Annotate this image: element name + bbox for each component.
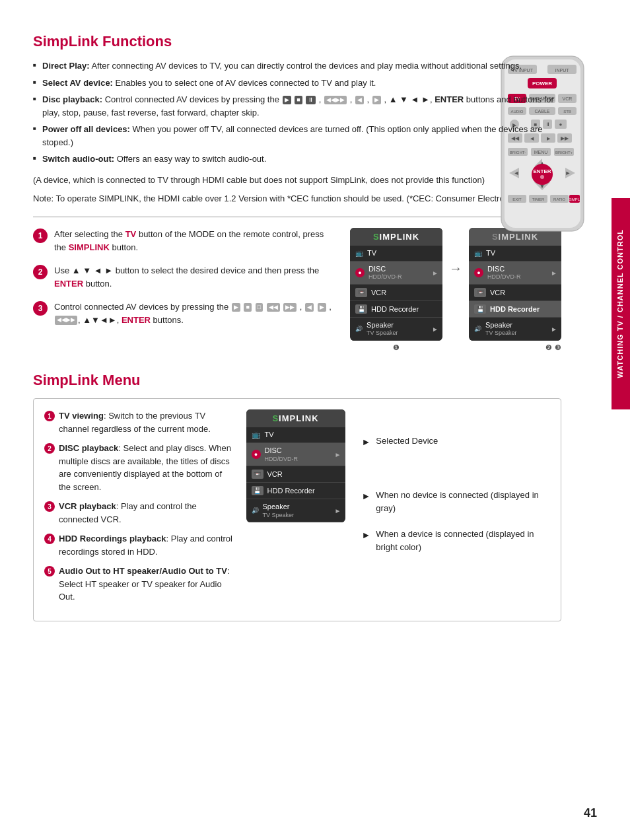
svg-text:▶▶: ▶▶ [561, 135, 569, 141]
steps-right: SIMPLINK 📺 TV ● DISCHDD/DVD-R ► [350, 228, 561, 352]
simplink-functions-title: SimpLink Functions [33, 33, 561, 50]
menu-right-legend: ► Selected Device ► When no device is co… [362, 409, 551, 565]
bullet-power-off: Power off all devices: When you power of… [33, 123, 561, 149]
bullet-text-3b: , [319, 94, 324, 104]
svg-text:RATIO: RATIO [553, 197, 565, 201]
note-2: Note: To operate SIMPLINK, the HDMI cabl… [33, 192, 561, 206]
panel2-label: ❷❸ [469, 343, 561, 352]
bullet-label-2: Select AV device: [42, 78, 113, 88]
menu-num-4: 4 [44, 534, 55, 544]
bullet-label-4: Power off all devices: [42, 124, 130, 134]
step-1: 1 After selecting the TV button of the M… [33, 228, 337, 254]
simplink-functions-list: Direct Play: After connecting AV devices… [33, 59, 561, 166]
svg-text:VCR: VCR [563, 96, 573, 101]
panel2-item-disc: ● DISCHDD/DVD-R ► [469, 262, 561, 285]
menu-num-3: 3 [44, 501, 55, 512]
sidebar-label: WATCHING TV / CHANNEL CONTROL [616, 229, 625, 378]
menu-panel-disc: 2 ● DISCHDD/DVD-R ► [246, 443, 345, 466]
svg-text:EXIT: EXIT [512, 197, 522, 201]
menu-item-5: 5 Audio Out to HT speaker/Audio Out to T… [44, 565, 233, 604]
step-text-1: After selecting the TV button of the MOD… [54, 228, 337, 254]
step-2: 2 Use ▲ ▼ ◄ ► button to select the desir… [33, 264, 337, 290]
legend-row-3: ► When a device is connected (displayed … [362, 528, 551, 553]
menu-item-text-2: DISC playback: Select and play discs. Wh… [59, 442, 233, 493]
panel1-item-tv: 📺 TV [350, 246, 442, 262]
step-circle-3: 3 [33, 301, 48, 316]
icon-next-2: ▶ [318, 303, 326, 312]
svg-text:TIMER: TIMER [532, 197, 545, 201]
panel1-item-speaker: 🔊 SpeakerTV Speaker ► [350, 318, 442, 341]
bullet-text-5: Offers an easy way to switch audio-out. [117, 154, 267, 164]
icon-stop-1: ■ [295, 96, 302, 105]
menu-num-2: 2 [44, 443, 55, 454]
menu-num-1: 1 [44, 411, 55, 421]
icon-sq-2: □ [256, 303, 263, 312]
panel1-item-disc: ● DISCHDD/DVD-R ► [350, 262, 442, 285]
icon-rew-ff: ◀◀▶▶ [324, 96, 347, 105]
bullet-select-av: Select AV device: Enables you to select … [33, 77, 561, 90]
simplink-panel-2: SIMPLINK 📺 TV ● DISCHDD/DVD-R ► [469, 228, 561, 352]
svg-text:ENTER: ENTER [533, 168, 551, 174]
menu-left: 1 TV viewing: Switch to the previous TV … [44, 409, 233, 610]
menu-item-2: 2 DISC playback: Select and play discs. … [44, 442, 233, 493]
legend-row-2: ► When no device is connected (displayed… [362, 489, 551, 514]
icon-play-1: ▶ [283, 96, 291, 105]
step-circle-2: 2 [33, 265, 48, 279]
bullet-text-2: Enables you to select one of AV devices … [116, 78, 376, 88]
svg-point-50 [532, 164, 553, 185]
icon-next: ▶ [372, 96, 381, 105]
step-circle-1: 1 [33, 228, 48, 243]
bullet-label-3: Disc playback: [42, 94, 102, 104]
svg-text:STB: STB [563, 110, 571, 114]
legend-arrow-1: ► [362, 435, 371, 449]
bullet-disc-playback: Disc playback: Control connected AV devi… [33, 93, 561, 119]
menu-panel-tv: 1 📺 TV [246, 427, 345, 443]
legend-row-1: ► Selected Device [362, 435, 551, 449]
legend-arrow-2: ► [362, 489, 371, 503]
menu-item-3: 3 VCR playback: Play and control the con… [44, 500, 233, 526]
steps-container: 1 After selecting the TV button of the M… [33, 228, 561, 352]
menu-item-4: 4 HDD Recordings playback: Play and cont… [44, 532, 233, 558]
panel2-item-speaker: 🔊 SpeakerTV Speaker ► [469, 318, 561, 341]
bullet-text-3d: , [367, 94, 372, 104]
svg-point-52 [540, 175, 544, 179]
panel1-item-vcr: 📼 VCR [350, 285, 442, 301]
icon-ff-2: ▶▶ [283, 303, 297, 312]
menu-section-inner: 1 TV viewing: Switch to the previous TV … [44, 409, 550, 610]
bullet-text-3: Control connected AV devices by pressing… [105, 94, 282, 104]
bullet-direct-play: Direct Play: After connecting AV devices… [33, 59, 561, 73]
menu-center-panel: SIMPLINK 1 📺 TV 2 ● DISCHDD/DVD-R ► [246, 409, 349, 522]
simplink-menu-title: SimpLink Menu [33, 372, 561, 389]
page-number: 41 [584, 806, 597, 820]
menu-item-text-5: Audio Out to HT speaker/Audio Out to TV:… [59, 565, 233, 604]
panel1-header: SIMPLINK [350, 228, 442, 246]
icon-seek-2: ◀◀▶▶ [55, 316, 77, 325]
menu-item-text-4: HDD Recordings playback: Play and contro… [59, 532, 233, 558]
icon-prev: ◀ [355, 96, 364, 105]
menu-item-1: 1 TV viewing: Switch to the previous TV … [44, 409, 233, 435]
panel1-item-hdd: 💾 HDD Recorder [350, 301, 442, 318]
panel2-item-tv: 📺 TV [469, 246, 561, 262]
step-3: 3 Control connected AV devices by pressi… [33, 300, 337, 326]
note-1: (A device, which is connected to TV thro… [33, 174, 561, 188]
panel1-label: ❶ [350, 343, 442, 352]
menu-num-5: 5 [44, 566, 55, 577]
steps-left: 1 After selecting the TV button of the M… [33, 228, 337, 337]
menu-panel-hdd: 4 💾 HDD Recorder [246, 483, 345, 499]
divider-1 [33, 217, 561, 217]
icon-rew-2: ◀◀ [267, 303, 280, 312]
bullet-label-1: Direct Play: [42, 61, 90, 71]
menu-panel-vcr: 3 📼 VCR [246, 466, 345, 483]
menu-panel-speaker: 5 🔊 SpeakerTV Speaker ► [246, 499, 345, 522]
bullet-text-1: After connecting AV devices to TV, you c… [91, 61, 522, 71]
icon-pause-1: ⏸ [306, 96, 316, 105]
menu-item-text-1: TV viewing: Switch to the previous TV ch… [59, 409, 233, 435]
bullet-text-3c: , [350, 94, 355, 104]
svg-text:SMPL: SMPL [569, 197, 580, 201]
bullet-label-5: Switch audio-out: [42, 154, 114, 164]
panel2-item-vcr: 📼 VCR [469, 285, 561, 301]
svg-text:►: ► [565, 170, 571, 176]
menu-panel-header: SIMPLINK [246, 409, 345, 427]
step-text-2: Use ▲ ▼ ◄ ► button to select the desired… [54, 264, 337, 290]
icon-play-2: ▶ [232, 303, 240, 312]
